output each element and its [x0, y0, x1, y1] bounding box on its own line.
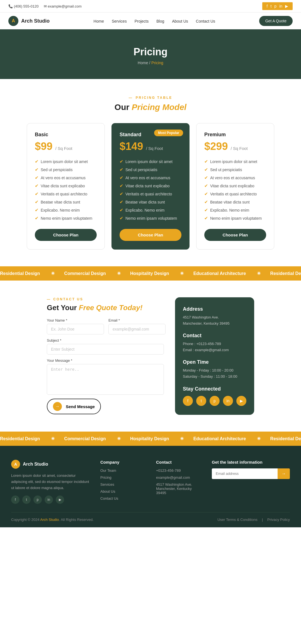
phone-icon: 📞	[8, 4, 13, 8]
contact-info-title: Contact	[183, 333, 246, 339]
footer-company-links: Our Team Pricing Services About Us Conta…	[100, 468, 145, 501]
check-icon: ✔	[204, 175, 208, 180]
instagram-icon[interactable]: in	[279, 4, 282, 8]
email-text: ✉ example@gmail.com	[44, 4, 82, 8]
footer-logo-icon: A	[11, 460, 20, 469]
pricing-card-basic: Basic $99 / Sq Foot ✔Lorem ipsum dolor s…	[27, 123, 105, 250]
terms-link[interactable]: User Terms & Conditions	[217, 518, 258, 522]
facebook-icon[interactable]: f	[267, 4, 268, 8]
footer-instagram-icon[interactable]: in	[45, 495, 53, 504]
choose-plan-basic-button[interactable]: Choose Plan	[35, 229, 97, 241]
message-textarea[interactable]	[47, 364, 164, 395]
logo-text: Arch Studio	[21, 18, 50, 24]
newsletter-submit-button[interactable]: →	[278, 468, 290, 479]
social-title: Stay Connected	[183, 386, 246, 392]
check-icon: ✔	[120, 175, 123, 180]
nav-blog[interactable]: Blog	[156, 19, 164, 23]
copyright-brand-link[interactable]: Arch Studio	[40, 518, 59, 522]
contact-title: Get Your Free Quote Today!	[47, 303, 164, 312]
footer-company-col: Company Our Team Pricing Services About …	[100, 460, 145, 504]
list-item: ✔Vitae dicta sunt explicabo	[35, 182, 97, 190]
nav-services[interactable]: Services	[112, 19, 127, 23]
most-popular-badge: Most Popular	[154, 130, 183, 136]
check-icon: ✔	[204, 159, 208, 164]
footer-top: A Arch Studio Lorem ipsum dolor sit amet…	[11, 460, 290, 504]
nav-contact[interactable]: Contact Us	[196, 19, 215, 23]
contact-instagram-icon[interactable]: in	[223, 396, 233, 406]
footer-logo-text: Arch Studio	[23, 462, 48, 467]
footer-facebook-icon[interactable]: f	[11, 495, 20, 504]
name-input[interactable]	[47, 324, 104, 334]
pricing-label: PRICING TABLE	[11, 96, 290, 100]
privacy-link[interactable]: Privacy Policy	[267, 518, 290, 522]
footer-link-ourteam[interactable]: Our Team	[100, 468, 145, 473]
card-premium-features: ✔Lorem ipsum dolor sit amet ✔Sed ut pers…	[204, 157, 266, 222]
list-item: ✔Explicabo. Nemo enim	[204, 206, 266, 214]
footer-twitter-icon[interactable]: t	[22, 495, 31, 504]
footer-social-row: f t p in ▶	[11, 495, 89, 504]
copyright-text: Copyright © 2024 Arch Studio. All Rights…	[11, 518, 94, 522]
list-item: ✔Beatae vitae dicta sunt	[35, 198, 97, 206]
subject-label: Subject *	[47, 338, 164, 343]
check-icon: ✔	[35, 159, 38, 164]
check-icon: ✔	[120, 167, 123, 172]
pricing-title: Our Pricing Model	[11, 102, 290, 112]
footer-youtube-icon[interactable]: ▶	[56, 495, 64, 504]
footer-link-pricing[interactable]: Pricing	[100, 475, 145, 480]
youtube-icon[interactable]: ▶	[285, 4, 288, 8]
twitter-icon[interactable]: t	[270, 4, 271, 8]
nav-home[interactable]: Home	[94, 19, 104, 23]
form-email-group: Email *	[108, 318, 166, 334]
list-item: ✔Sed ut perspiciatis	[204, 166, 266, 174]
list-item: ✔Nemo enim ipsam voluptatem	[35, 214, 97, 222]
weekend-hours: Saturday - Sunday : 11:00 - 18:00	[183, 374, 246, 380]
breadcrumb-home[interactable]: Home	[138, 61, 148, 65]
contact-pinterest-icon[interactable]: p	[210, 396, 220, 406]
check-icon: ✔	[120, 159, 123, 164]
list-item: ✔Vitae dicta sunt explicabo	[204, 182, 266, 190]
phone-info: Phone : +0123-456-789	[183, 341, 246, 347]
list-item: ✔Lorem ipsum dolor sit amet	[120, 157, 181, 166]
footer-description: Lorem ipsum dolor sit amet, consectetur …	[11, 473, 89, 491]
newsletter-input[interactable]	[212, 468, 278, 479]
check-icon: ✔	[35, 191, 38, 197]
hero-title: Pricing	[6, 46, 295, 58]
ticker-item: Residential Design	[270, 271, 301, 276]
contact-label: CONTACT US	[47, 297, 164, 301]
list-item: ✔Nemo enim ipsam voluptatem	[204, 214, 266, 222]
phone-text: 📞 (406) 555-0120	[8, 4, 39, 8]
ticker-item: Residential Design	[0, 436, 40, 441]
opentime-title: Open Time	[183, 359, 246, 365]
nav-projects[interactable]: Projects	[135, 19, 149, 23]
choose-plan-premium-button[interactable]: Choose Plan	[204, 229, 266, 241]
contact-facebook-icon[interactable]: f	[183, 396, 193, 406]
footer-newsletter-col: Get the latest information →	[212, 460, 290, 504]
subject-input[interactable]	[47, 344, 164, 355]
pinterest-icon[interactable]: p	[274, 4, 276, 8]
weekday-hours: Monday - Friday : 10:00 - 20:00	[183, 367, 246, 374]
footer-link-about[interactable]: About Us	[100, 489, 145, 494]
email-input[interactable]	[108, 324, 166, 334]
footer-pinterest-icon[interactable]: p	[33, 495, 42, 504]
contact-youtube-icon[interactable]: ▶	[236, 396, 246, 406]
footer-company-title: Company	[100, 460, 145, 465]
ticker-item: Residential Design	[270, 436, 301, 441]
choose-plan-standard-button[interactable]: Choose Plan	[120, 229, 181, 241]
footer: A Arch Studio Lorem ipsum dolor sit amet…	[0, 446, 301, 527]
list-item: ✔Nemo enim ipsam voluptatem	[120, 214, 181, 222]
footer-link-contact[interactable]: Contact Us	[100, 496, 145, 501]
nav-about[interactable]: About Us	[172, 19, 188, 23]
navbar: A Arch Studio Home Services Projects Blo…	[0, 13, 301, 29]
contact-twitter-icon[interactable]: t	[196, 396, 206, 406]
get-quote-button[interactable]: Get A Quote	[259, 16, 293, 26]
topbar: 📞 (406) 555-0120 ✉ example@gmail.com f t…	[0, 0, 301, 13]
footer-link-services[interactable]: Services	[100, 482, 145, 487]
send-message-button[interactable]: → Send Message	[47, 399, 101, 414]
check-icon: ✔	[120, 183, 123, 188]
card-premium-price: $299	[204, 140, 228, 152]
list-item: ✔Explicabo. Nemo enim	[35, 206, 97, 214]
check-icon: ✔	[120, 216, 123, 221]
card-basic-title: Basic	[35, 132, 97, 138]
footer-contact-list: +0123-456-789 example@gmail.com 4517 Was…	[156, 468, 201, 495]
contact-form-col: CONTACT US Get Your Free Quote Today! Yo…	[47, 297, 164, 415]
